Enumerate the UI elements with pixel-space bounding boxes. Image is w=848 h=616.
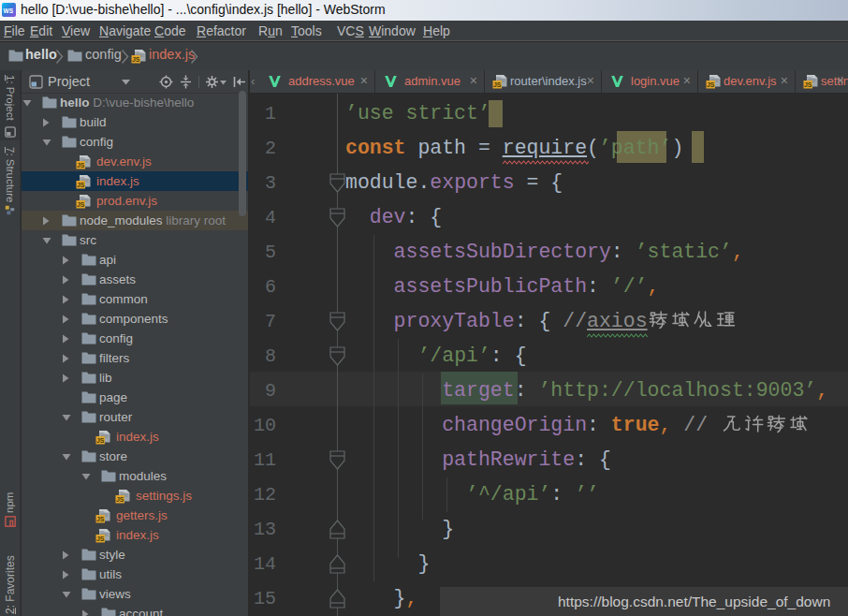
svg-text:JS: JS bbox=[96, 437, 105, 444]
svg-text:JS: JS bbox=[493, 81, 502, 88]
svg-text:JS: JS bbox=[77, 162, 85, 169]
svg-text:JS: JS bbox=[96, 535, 105, 542]
svg-text:JS: JS bbox=[116, 496, 124, 503]
svg-text:JS: JS bbox=[132, 56, 140, 63]
svg-text:JS: JS bbox=[77, 182, 85, 188]
svg-text:JS: JS bbox=[707, 81, 715, 88]
svg-text:JS: JS bbox=[77, 201, 85, 208]
svg-text:JS: JS bbox=[804, 81, 812, 88]
svg-text:JS: JS bbox=[96, 516, 105, 522]
